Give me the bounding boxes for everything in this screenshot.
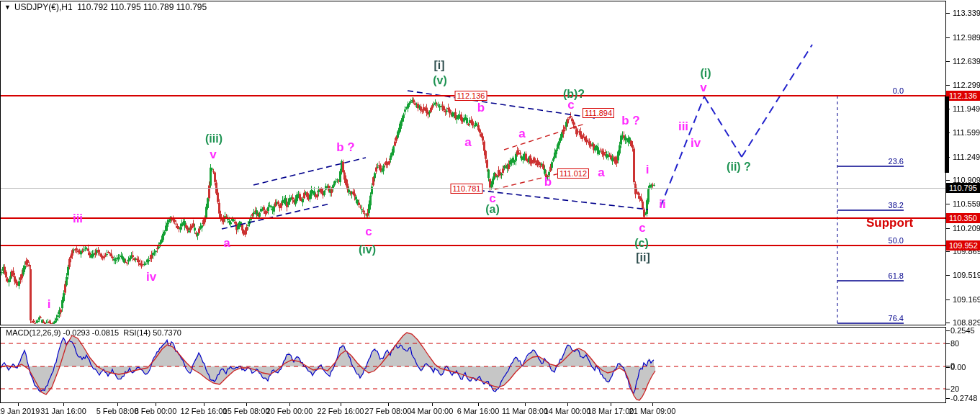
price-axis-label: 111.599 bbox=[953, 128, 980, 137]
time-axis-label: 5 Feb 08:00 bbox=[96, 407, 139, 415]
indicator-axis-tick bbox=[946, 389, 950, 389]
time-axis-label: 18 Mar 17:00 bbox=[588, 407, 634, 415]
time-axis-tick bbox=[63, 403, 64, 406]
price-axis-label: 112.989 bbox=[953, 33, 980, 42]
time-axis-tick bbox=[246, 403, 247, 406]
indicator-axis-tick bbox=[946, 367, 950, 368]
price-axis-label: 113.339 bbox=[953, 9, 980, 17]
price-axis-tick bbox=[946, 228, 950, 229]
time-axis-label: 15 Feb 08:00 bbox=[223, 407, 270, 415]
chart-title: ▼USDJPY(€),H1 110.792 110.795 110.789 11… bbox=[4, 2, 207, 12]
time-axis-tick bbox=[117, 403, 118, 406]
right-edge-marker bbox=[945, 96, 949, 173]
price-axis-label: 112.639 bbox=[953, 57, 980, 66]
indicator-label: MACD(12,26,9) -0.0293 -0.0815 RSI(14) 50… bbox=[6, 328, 181, 337]
time-axis-tick bbox=[156, 403, 156, 406]
price-axis-tag: 109.952 bbox=[946, 240, 980, 251]
time-axis-label: 20 Feb 00:00 bbox=[266, 407, 313, 415]
indicator-axis-label: 80 bbox=[950, 339, 959, 348]
indicator-axis-tick bbox=[946, 330, 950, 331]
time-axis-tick bbox=[388, 403, 389, 406]
time-axis-tick bbox=[289, 403, 290, 406]
chevron-down-icon[interactable]: ▼ bbox=[4, 4, 11, 11]
time-axis-label: 8 Feb 00:00 bbox=[135, 407, 177, 415]
indicator-axis-tick bbox=[946, 343, 950, 344]
price-axis-label: 109.519 bbox=[953, 271, 980, 279]
price-axis-tick bbox=[946, 85, 950, 86]
price-axis-label: 111.949 bbox=[953, 104, 980, 113]
time-axis-tick bbox=[432, 403, 433, 406]
price-axis-tick bbox=[946, 61, 950, 62]
price-axis-tick bbox=[946, 37, 950, 38]
price-axis-tick bbox=[946, 299, 950, 300]
time-axis-label: 4 Mar 00:00 bbox=[411, 407, 454, 415]
time-axis-label: 22 Feb 16:00 bbox=[318, 407, 364, 415]
indicator-axis-tick bbox=[946, 366, 950, 366]
time-axis-tick bbox=[478, 403, 479, 406]
indicator-axis-tick bbox=[946, 398, 950, 399]
price-axis-tag: 110.795 bbox=[946, 183, 980, 193]
indicator-axis-label: 0.2545 bbox=[950, 326, 975, 335]
indicator-axis-label: 0.00 bbox=[950, 363, 966, 371]
time-axis-tick bbox=[204, 403, 204, 406]
time-axis-label: 29 Jan 2019 bbox=[0, 407, 40, 415]
time-axis-tick bbox=[611, 403, 611, 406]
symbol-ohlc-text: USDJPY(€),H1 110.792 110.795 110.789 110… bbox=[14, 2, 207, 12]
time-axis-label: 31 Jan 16:00 bbox=[40, 407, 86, 415]
time-axis-label: 27 Feb 08:00 bbox=[365, 407, 412, 415]
time-axis-tick bbox=[652, 403, 653, 406]
price-axis-label: 112.299 bbox=[953, 81, 980, 89]
price-axis-tick bbox=[946, 204, 950, 204]
price-axis-tick bbox=[946, 13, 950, 14]
time-axis-label: 11 Mar 08:00 bbox=[502, 407, 548, 415]
price-axis-tick bbox=[946, 251, 950, 252]
indicator-axis-label: 20 bbox=[950, 384, 959, 393]
time-axis-tick bbox=[567, 403, 568, 406]
price-axis-tick bbox=[946, 275, 950, 276]
indicator-panel-frame bbox=[0, 327, 946, 403]
indicator-axis-label: -0.2748 bbox=[950, 394, 977, 402]
price-axis-tag: 110.350 bbox=[946, 213, 980, 223]
trading-chart-window: { "title": {"dropdown_icon": "▼", "text"… bbox=[0, 0, 980, 419]
time-axis-tick bbox=[525, 403, 526, 406]
price-axis-tick bbox=[946, 323, 950, 323]
price-axis-label: 110.209 bbox=[953, 224, 980, 233]
price-axis-label: 111.249 bbox=[953, 153, 980, 161]
price-axis-tag: 112.136 bbox=[946, 91, 980, 101]
time-axis-tick bbox=[341, 403, 341, 406]
price-axis-label: 109.169 bbox=[953, 295, 980, 304]
price-axis-tick bbox=[946, 180, 950, 181]
main-chart-frame bbox=[0, 1, 946, 325]
time-axis-label: 12 Feb 16:00 bbox=[181, 407, 228, 415]
time-axis-label: 21 Mar 09:00 bbox=[629, 407, 676, 415]
time-axis-label: 14 Mar 00:00 bbox=[544, 407, 591, 415]
time-axis-label: 6 Mar 16:00 bbox=[457, 407, 500, 415]
price-axis-label: 110.559 bbox=[953, 199, 980, 208]
time-axis-tick bbox=[18, 403, 19, 406]
